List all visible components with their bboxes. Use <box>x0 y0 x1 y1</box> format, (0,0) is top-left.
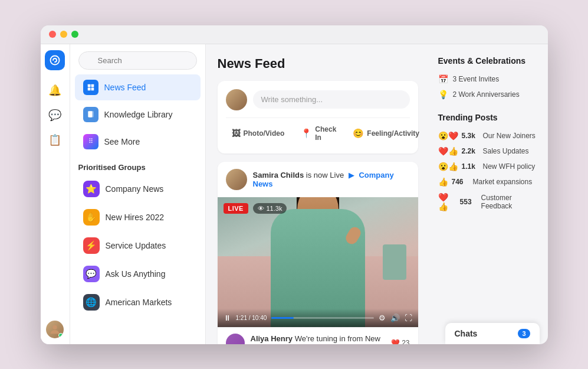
feeling-icon: 😊 <box>353 128 364 139</box>
feeling-activity-button[interactable]: 😊 Feeling/Activity <box>347 122 425 145</box>
trending-2-icon: ❤️👍 <box>438 146 458 156</box>
company-news-icon: ⭐ <box>83 181 100 197</box>
post-box: Write something... 🖼 Photo/Video 📍 Check… <box>218 81 418 154</box>
trending-3[interactable]: 😮👍 1.1k New WFH policy <box>438 159 540 174</box>
post-input[interactable]: Write something... <box>253 90 410 109</box>
online-indicator <box>58 333 63 338</box>
trending-2[interactable]: ❤️👍 2.2k Sales Updates <box>438 143 540 159</box>
event-invites[interactable]: 📅 3 Event Invites <box>438 71 540 87</box>
person-silhouette <box>218 197 418 327</box>
chats-count: 3 <box>518 329 530 338</box>
trending-1-icon: 😮❤️ <box>438 131 458 141</box>
group-american-markets[interactable]: 🌐 American Markets <box>75 289 201 316</box>
svg-rect-3 <box>91 84 94 87</box>
post-avatar <box>226 89 247 110</box>
american-markets-icon: 🌐 <box>83 294 100 311</box>
ask-us-anything-icon: 💬 <box>83 266 100 282</box>
trending-3-icon: 😮👍 <box>438 162 458 171</box>
nav-item-see-more[interactable]: ⠿ See More <box>75 129 201 155</box>
svg-rect-5 <box>91 87 94 90</box>
trending-4[interactable]: 👍 746 Market expansions <box>438 174 540 190</box>
view-count: 👁 11.3k <box>253 203 287 214</box>
reaction-icon-1: ❤️ <box>391 339 400 344</box>
service-updates-icon: ⚡ <box>83 237 100 254</box>
notification-icon[interactable]: 🔔 <box>47 82 63 99</box>
check-in-icon: 📍 <box>301 128 312 139</box>
video-container[interactable]: LIVE 👁 11.3k ⏸ 1:21 / 10:40 <box>218 197 418 327</box>
video-background <box>218 197 418 327</box>
group-service-updates[interactable]: ⚡ Service Updates <box>75 232 201 259</box>
maximize-button[interactable] <box>71 31 78 38</box>
post-actions: 🖼 Photo/Video 📍 Check In 😊 Feeling/Activ… <box>226 117 410 145</box>
reaction-badge-1: ❤️ 23 <box>391 339 409 344</box>
trending-4-icon: 👍 <box>438 177 448 187</box>
left-nav: 🔍 News Feed <box>70 44 206 344</box>
live-arrow: ▶ <box>349 171 357 179</box>
see-more-label: See More <box>104 137 140 146</box>
group-ask-us-anything[interactable]: 💬 Ask Us Anything <box>75 260 201 288</box>
photo-video-button[interactable]: 🖼 Photo/Video <box>226 122 291 145</box>
trending-5-icon: ❤️👍 <box>438 192 456 211</box>
svg-point-1 <box>52 325 57 329</box>
eye-icon: 👁 <box>258 205 264 212</box>
news-feed-icon <box>83 80 98 95</box>
news-feed-label: News Feed <box>104 83 146 92</box>
comment-row-1: Aliya Henry We're tuning in from New Yor… <box>218 327 418 344</box>
check-in-button[interactable]: 📍 Check In <box>295 122 342 145</box>
page-title: News Feed <box>218 56 418 71</box>
app-window: 🔔 💬 📋 🔍 <box>41 25 548 344</box>
live-post-header: Samira Childs is now Live ▶ Company News <box>218 162 418 197</box>
new-hires-icon: ✋ <box>83 209 100 226</box>
calendar-icon: 📅 <box>438 74 448 84</box>
trending-title: Trending Posts <box>438 113 540 122</box>
photo-video-icon: 🖼 <box>232 128 241 138</box>
app-body: 🔔 💬 📋 🔍 <box>41 44 548 344</box>
chats-bar[interactable]: Chats 3 <box>445 323 540 344</box>
right-wrapper: Events & Celebrations 📅 3 Event Invites … <box>430 44 548 344</box>
chat-icon[interactable]: 💬 <box>47 107 63 123</box>
work-anniversaries[interactable]: 💡 2 Work Anniversaries <box>438 87 540 102</box>
group-company-news[interactable]: ⭐ Company News <box>75 175 201 203</box>
anniversary-icon: 💡 <box>438 90 448 99</box>
video-time: 1:21 / 10:40 <box>236 315 267 321</box>
prioritised-groups-title: Prioritised Groups <box>70 156 205 175</box>
svg-point-0 <box>51 55 60 64</box>
knowledge-library-icon <box>83 107 98 122</box>
main-content: News Feed Write something... 🖼 Photo/Vid… <box>206 44 430 344</box>
trending-5[interactable]: ❤️👍 553 Customer Feedback <box>438 190 540 214</box>
trending-section: Trending Posts 😮❤️ 5.3k Our New Joiners … <box>438 113 540 214</box>
close-button[interactable] <box>49 31 56 38</box>
trending-1[interactable]: 😮❤️ 5.3k Our New Joiners <box>438 128 540 143</box>
nav-item-knowledge-library[interactable]: Knowledge Library <box>75 102 201 128</box>
icon-sidebar: 🔔 💬 📋 <box>41 44 70 344</box>
live-author-name: Samira Childs <box>253 171 304 179</box>
progress-fill <box>271 317 294 319</box>
events-title: Events & Celebrations <box>438 56 540 66</box>
chats-label: Chats <box>455 329 478 338</box>
app-logo[interactable] <box>45 50 65 70</box>
nav-item-news-feed[interactable]: News Feed <box>75 74 201 100</box>
fullscreen-icon[interactable]: ⛶ <box>405 314 412 322</box>
minimize-button[interactable] <box>60 31 67 38</box>
search-area: 🔍 <box>70 44 205 74</box>
settings-icon[interactable]: ⚙ <box>379 314 386 322</box>
search-input[interactable] <box>78 51 197 70</box>
comment-1-text: Aliya Henry We're tuning in from New Yor… <box>251 334 386 344</box>
live-badge: LIVE <box>224 203 248 214</box>
pause-icon[interactable]: ⏸ <box>224 314 231 322</box>
user-avatar[interactable] <box>46 321 64 338</box>
svg-rect-7 <box>89 111 93 117</box>
right-panel: Events & Celebrations 📅 3 Event Invites … <box>430 44 548 226</box>
volume-icon[interactable]: 🔊 <box>390 314 400 322</box>
live-post-text: Samira Childs is now Live ▶ Company News <box>253 171 410 188</box>
bookmark-icon[interactable]: 📋 <box>47 132 63 148</box>
post-input-row: Write something... <box>226 89 410 110</box>
live-post: Samira Childs is now Live ▶ Company News <box>218 162 418 344</box>
progress-bar[interactable] <box>271 317 373 319</box>
see-more-icon: ⠿ <box>83 134 98 149</box>
live-author-avatar <box>226 169 247 190</box>
group-new-hires[interactable]: ✋ New Hires 2022 <box>75 204 201 231</box>
comment-1-author: Aliya Henry <box>251 334 293 343</box>
titlebar <box>41 25 548 44</box>
knowledge-library-label: Knowledge Library <box>104 110 173 119</box>
